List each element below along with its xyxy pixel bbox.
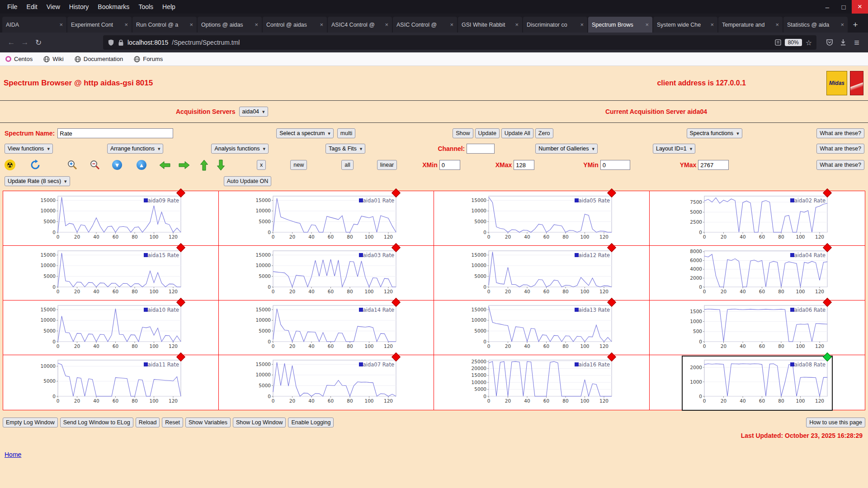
menu-edit[interactable]: Edit	[22, 3, 42, 10]
update-button[interactable]: Update	[475, 128, 500, 138]
show-log-window-button[interactable]: Show Log Window	[233, 418, 286, 427]
spectrum-chart-aida06[interactable]: 050010001500020406080100120aida06 Rate	[683, 302, 832, 355]
spectrum-chart-aida05[interactable]: 050001000015000020406080100120aida05 Rat…	[467, 192, 616, 246]
all-button[interactable]: all	[341, 160, 354, 170]
fair-logo[interactable]	[850, 71, 863, 95]
spectrum-chart-aida07[interactable]: 050001000015000020406080100120aida07 Rat…	[251, 357, 401, 410]
acquisition-server-select[interactable]: aida04	[239, 107, 268, 117]
multi-button[interactable]: multi	[337, 128, 355, 138]
maximize-button[interactable]: □	[835, 0, 852, 14]
reset-button[interactable]: Reset	[162, 418, 183, 427]
tab-aida[interactable]: AIDA×	[2, 17, 66, 33]
what-are-these-button[interactable]: What are these?	[816, 160, 864, 170]
tab-close-icon[interactable]: ×	[515, 21, 519, 28]
tab-close-icon[interactable]: ×	[189, 21, 193, 28]
tab-options-aidas[interactable]: Options @ aidas×	[198, 17, 262, 33]
arrow-down-icon[interactable]	[217, 160, 225, 171]
spectrum-chart-aida08[interactable]: 010002000020406080100120aida08 Rate	[683, 357, 832, 410]
reader-mode-icon[interactable]	[775, 39, 781, 46]
zero-button[interactable]: Zero	[535, 128, 553, 138]
tab-experiment-cont[interactable]: Experiment Cont×	[67, 17, 132, 33]
tab-close-icon[interactable]: ×	[124, 21, 128, 28]
spectrum-chart-aida09[interactable]: 050001000015000020406080100120aida09 Rat…	[36, 192, 185, 246]
gallery-cell-aida02[interactable]: 0250050007500020406080100120aida02 Rate	[650, 191, 865, 246]
midas-logo[interactable]: Midas	[826, 71, 847, 95]
tab-close-icon[interactable]: ×	[775, 21, 779, 28]
gallery-cell-aida08[interactable]: 010002000020406080100120aida08 Rate	[650, 355, 865, 410]
gallery-cell-aida04[interactable]: 02000400060008000020406080100120aida04 R…	[650, 246, 865, 300]
menu-button[interactable]: ≡	[850, 36, 863, 49]
tab-close-icon[interactable]: ×	[450, 21, 453, 28]
spectrum-chart-aida01[interactable]: 050001000015000020406080100120aida01 Rat…	[251, 192, 401, 246]
gallery-cell-aida11[interactable]: 0500010000020406080100120aida11 Rate	[3, 355, 219, 410]
bookmark-forums[interactable]: Forums	[134, 56, 163, 62]
bookmark-centos[interactable]: Centos	[5, 56, 33, 62]
gallery-cell-aida14[interactable]: 050001000015000020406080100120aida14 Rat…	[219, 300, 434, 355]
gallery-cell-aida13[interactable]: 050001000015000020406080100120aida13 Rat…	[434, 300, 650, 355]
scroll-down-icon[interactable]: ▼	[112, 160, 122, 170]
reload-button[interactable]: Reload	[136, 418, 160, 427]
gallery-cell-aida12[interactable]: 050001000015000020406080100120aida12 Rat…	[434, 246, 650, 300]
downloads-icon[interactable]	[836, 36, 850, 49]
bookmark-documentation[interactable]: Documentation	[75, 56, 123, 62]
home-link[interactable]: Home	[5, 451, 21, 458]
menu-help[interactable]: Help	[158, 3, 180, 10]
spectrum-name-input[interactable]	[57, 128, 173, 138]
spectra-functions-dropdown[interactable]: Spectra functions	[687, 128, 742, 138]
spectrum-chart-aida03[interactable]: 050001000015000020406080100120aida03 Rat…	[251, 247, 401, 300]
tab-close-icon[interactable]: ×	[320, 21, 323, 28]
zoom-out-icon[interactable]	[90, 160, 100, 170]
tab-statistics-aida[interactable]: Statistics @ aida×	[783, 17, 848, 33]
layout-id-dropdown[interactable]: Layout ID=1	[653, 144, 695, 154]
update-all-button[interactable]: Update All	[501, 128, 533, 138]
tab-close-icon[interactable]: ×	[59, 21, 63, 28]
close-button[interactable]: ×	[852, 0, 868, 14]
tab-gsi-white-rabbit[interactable]: GSI White Rabbit×	[458, 17, 522, 33]
tags-fits-dropdown[interactable]: Tags & Fits	[326, 144, 365, 154]
pocket-icon[interactable]	[823, 36, 836, 49]
menu-file[interactable]: File	[3, 3, 22, 10]
gallery-cell-aida05[interactable]: 050001000015000020406080100120aida05 Rat…	[434, 191, 650, 246]
spectrum-chart-aida16[interactable]: 0500010000150002000025000020406080100120…	[467, 357, 616, 410]
gallery-cell-aida09[interactable]: 050001000015000020406080100120aida09 Rat…	[3, 191, 219, 246]
url-bar[interactable]: localhost:8015/Spectrum/Spectrum.tml 80%…	[103, 35, 816, 50]
linear-button[interactable]: linear	[377, 160, 397, 170]
what-are-these-button[interactable]: What are these?	[816, 128, 864, 138]
channel-input[interactable]	[467, 144, 495, 154]
tab-close-icon[interactable]: ×	[255, 21, 258, 28]
gallery-cell-aida16[interactable]: 0500010000150002000025000020406080100120…	[434, 355, 650, 410]
menu-tools[interactable]: Tools	[134, 3, 158, 10]
tab-temperature-and[interactable]: Temperature and×	[718, 17, 783, 33]
shield-icon[interactable]	[108, 39, 114, 46]
what-are-these-button[interactable]: What are these?	[816, 144, 864, 154]
refresh-icon[interactable]	[30, 160, 41, 170]
tab-control-aidas[interactable]: Control @ aidas×	[263, 17, 327, 33]
gallery-cell-aida03[interactable]: 050001000015000020406080100120aida03 Rat…	[219, 246, 434, 300]
tab-close-icon[interactable]: ×	[580, 21, 584, 28]
tab-close-icon[interactable]: ×	[710, 21, 714, 28]
tab-discriminator-co[interactable]: Discriminator co×	[523, 17, 587, 33]
tab-close-icon[interactable]: ×	[645, 21, 649, 28]
gallery-cell-aida10[interactable]: 050001000015000020406080100120aida10 Rat…	[3, 300, 219, 355]
xmax-input[interactable]	[514, 160, 534, 170]
spectrum-chart-aida14[interactable]: 050001000015000020406080100120aida14 Rat…	[251, 302, 401, 355]
scroll-up-icon[interactable]: ▲	[137, 160, 146, 170]
menu-view[interactable]: View	[42, 3, 65, 10]
gallery-cell-aida15[interactable]: 050001000015000020406080100120aida15 Rat…	[3, 246, 219, 300]
tab-run-control-a[interactable]: Run Control @ a×	[132, 17, 197, 33]
zoom-level-badge[interactable]: 80%	[785, 39, 802, 46]
bookmark-wiki[interactable]: Wiki	[43, 56, 64, 62]
spectrum-chart-aida11[interactable]: 0500010000020406080100120aida11 Rate	[36, 357, 185, 410]
tab-close-icon[interactable]: ×	[840, 21, 844, 28]
empty-log-window-button[interactable]: Empty Log Window	[3, 418, 58, 427]
spectrum-chart-aida12[interactable]: 050001000015000020406080100120aida12 Rat…	[467, 247, 616, 300]
view-functions-dropdown[interactable]: View functions	[5, 144, 53, 154]
arrow-up-icon[interactable]	[200, 160, 208, 171]
new-tab-button[interactable]: +	[848, 17, 863, 33]
minimize-button[interactable]: –	[819, 0, 835, 14]
select-spectrum-dropdown[interactable]: Select a spectrum	[276, 128, 334, 138]
gallery-cell-aida06[interactable]: 050010001500020406080100120aida06 Rate	[650, 300, 865, 355]
arrange-functions-dropdown[interactable]: Arrange functions	[107, 144, 164, 154]
how-to-use-button[interactable]: How to use this page	[806, 418, 865, 427]
radiation-icon[interactable]: ☢	[5, 160, 15, 170]
